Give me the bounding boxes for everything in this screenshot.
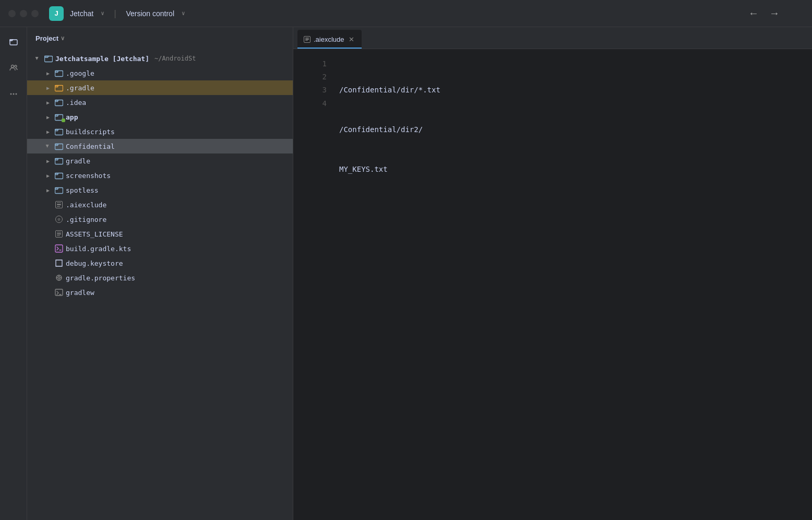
nav-back-button[interactable]: ←	[745, 5, 762, 21]
app-folder-icon	[54, 112, 64, 122]
gradle-folder-icon	[54, 156, 64, 166]
version-control-dropdown-arrow[interactable]: ∨	[182, 10, 185, 17]
google-folder-icon	[54, 68, 64, 78]
gradle-label: gradle	[66, 157, 90, 165]
sidebar-item-gradlew[interactable]: ▶ gradlew	[27, 285, 293, 300]
rail-more-icon[interactable]	[5, 86, 22, 102]
gradlew-label: gradlew	[66, 289, 94, 297]
google-arrow: ▶	[44, 69, 52, 77]
title-separator: |	[113, 8, 118, 18]
sidebar-item-google[interactable]: ▶ .google	[27, 66, 293, 80]
google-label: .google	[66, 69, 94, 77]
close-button[interactable]	[8, 10, 16, 17]
tab-label: .aiexclude	[314, 36, 344, 43]
sidebar-item-screenshots[interactable]: ▶ screenshots	[27, 168, 293, 183]
nav-arrows: ← →	[745, 5, 783, 21]
build-gradle-file-icon	[54, 244, 64, 253]
idea-label: .idea	[66, 99, 86, 107]
line-number-3: 3	[293, 84, 327, 97]
svg-point-2	[15, 65, 17, 67]
line-numbers: 1 2 3 4	[293, 49, 335, 520]
confidential-label: Confidential	[66, 143, 115, 150]
debug-keystore-icon	[54, 258, 64, 268]
sidebar-item-debug-keystore[interactable]: ▶ debug.keystore	[27, 256, 293, 270]
sidebar-item-assets-license[interactable]: ▶ ASSETS_LICENSE	[27, 227, 293, 241]
sidebar-item-spotless[interactable]: ▶ spotless	[27, 183, 293, 197]
root-arrow: ▶	[33, 54, 42, 63]
root-folder-icon	[44, 54, 53, 63]
app-dropdown-arrow[interactable]: ∨	[101, 10, 104, 17]
editor-content[interactable]: 1 2 3 4 /Confidential/dir/*.txt /Confide…	[293, 49, 812, 520]
gradle-properties-icon	[54, 273, 64, 282]
icon-rail	[0, 27, 27, 520]
confidential-folder-icon	[54, 141, 64, 151]
svg-rect-15	[55, 188, 63, 194]
build-gradle-label: build.gradle.kts	[66, 245, 131, 253]
sidebar-header[interactable]: Project ∨	[27, 27, 293, 49]
root-label: Jetchatsample [Jetchat]	[55, 55, 149, 63]
svg-point-3	[10, 93, 11, 95]
screenshots-arrow: ▶	[44, 171, 52, 180]
sidebar-item-gradle[interactable]: ▶ gradle	[27, 153, 293, 168]
confidential-arrow: ▶	[44, 142, 52, 150]
sidebar-item-build-gradle[interactable]: ▶ build.gradle.kts	[27, 241, 293, 256]
buildscripts-folder-icon	[54, 127, 64, 136]
app-label: app	[66, 113, 78, 121]
rail-people-icon[interactable]	[5, 60, 22, 76]
spotless-label: spotless	[66, 186, 99, 194]
idea-folder-icon	[54, 98, 64, 107]
spotless-folder-icon	[54, 185, 64, 195]
svg-point-1	[11, 65, 14, 68]
sidebar-item-gradle-hidden[interactable]: ▶ .gradle	[27, 80, 293, 95]
gradle-hidden-folder-icon	[54, 83, 64, 92]
svg-rect-9	[55, 100, 63, 106]
maximize-button[interactable]	[31, 10, 39, 17]
code-line-3: MY_KEYS.txt	[339, 163, 812, 176]
svg-rect-6	[45, 56, 53, 62]
assets-license-label: ASSETS_LICENSE	[66, 230, 123, 238]
svg-point-18	[58, 277, 60, 279]
svg-point-5	[15, 93, 17, 95]
screenshots-label: screenshots	[66, 172, 111, 180]
sidebar-item-gradle-properties[interactable]: ▶ gradle.properties	[27, 270, 293, 285]
buildscripts-arrow: ▶	[44, 127, 52, 136]
tab-close-button[interactable]: ✕	[348, 34, 355, 44]
line-number-4: 4	[293, 97, 327, 110]
project-dropdown-chevron[interactable]: ∨	[61, 35, 65, 42]
tab-bar: .aiexclude ✕	[293, 27, 812, 49]
line-number-2: 2	[293, 70, 327, 84]
gradle-hidden-arrow: ▶	[44, 84, 52, 92]
sidebar-item-buildscripts[interactable]: ▶ buildscripts	[27, 124, 293, 139]
code-line-1: /Confidential/dir/*.txt	[339, 84, 812, 97]
version-control-label[interactable]: Version control	[126, 9, 174, 18]
code-editor[interactable]: /Confidential/dir/*.txt /Confidential/di…	[335, 49, 812, 520]
gradlew-terminal-icon	[54, 288, 64, 297]
debug-keystore-label: debug.keystore	[66, 259, 123, 267]
nav-forward-button[interactable]: →	[766, 5, 783, 21]
svg-rect-12	[55, 144, 63, 150]
titlebar: J Jetchat ∨ | Version control ∨ ← →	[0, 0, 812, 27]
tree-root[interactable]: ▶ Jetchatsample [Jetchat] ~/AndroidSt	[27, 51, 293, 66]
rail-folder-icon[interactable]	[5, 33, 22, 50]
project-label: Project	[35, 34, 58, 42]
sidebar-item-gitignore[interactable]: ▶ ⊘ .gitignore	[27, 212, 293, 227]
assets-file-icon	[54, 229, 64, 239]
sidebar-item-confidential[interactable]: ▶ Confidential	[27, 139, 293, 153]
svg-rect-19	[55, 289, 63, 296]
main-layout: Project ∨ ▶ Jetchatsample [Jetchat] ~/An…	[0, 27, 812, 520]
svg-rect-7	[55, 71, 63, 77]
root-path: ~/AndroidSt	[154, 55, 196, 62]
app-name-label[interactable]: Jetchat	[70, 9, 93, 18]
sidebar-item-app[interactable]: ▶ app	[27, 110, 293, 124]
buildscripts-label: buildscripts	[66, 128, 115, 136]
svg-rect-8	[55, 86, 63, 91]
sidebar-item-aiexclude[interactable]: ▶ .aiexclude	[27, 197, 293, 212]
gradle-hidden-label: .gradle	[66, 84, 94, 92]
tab-aiexclude[interactable]: .aiexclude ✕	[297, 30, 362, 49]
code-line-4	[339, 202, 812, 215]
svg-point-4	[13, 93, 14, 95]
minimize-button[interactable]	[20, 10, 27, 17]
svg-rect-14	[55, 173, 63, 179]
svg-rect-16	[55, 245, 63, 252]
sidebar-item-idea[interactable]: ▶ .idea	[27, 95, 293, 110]
